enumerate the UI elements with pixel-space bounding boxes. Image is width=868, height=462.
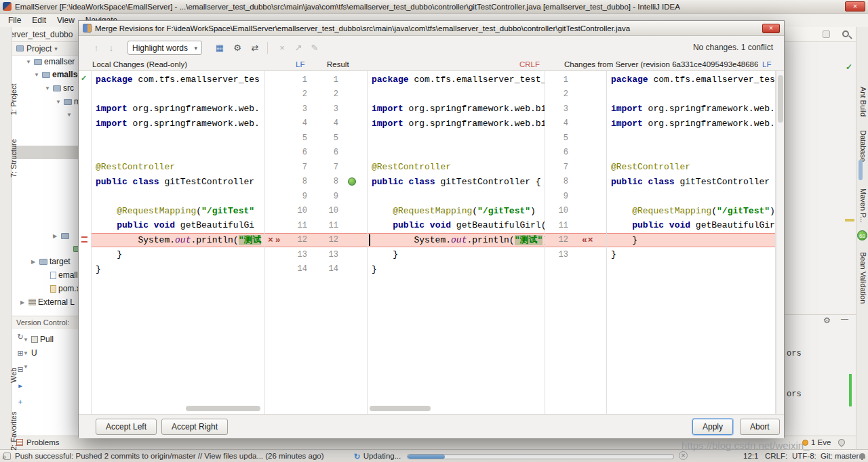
breadcrumb[interactable]: server_test_dubbo [5, 30, 73, 39]
status-message[interactable]: Push successful: Pushed 2 commits to ori… [15, 452, 324, 460]
apply-left-change-icon[interactable]: » [275, 235, 279, 245]
tool-button-bean-validation[interactable]: Bean Validation [859, 252, 867, 303]
middle-horizontal-scrollbar[interactable] [367, 406, 545, 411]
chevron-down-icon[interactable]: ▼ [56, 99, 62, 105]
menu-edit[interactable]: Edit [26, 16, 52, 25]
git-branch-indicator[interactable]: Git: master [821, 452, 859, 460]
tree-item[interactable]: ▼emallser [26, 56, 75, 68]
search-icon[interactable] [842, 30, 849, 37]
scrollbar-thumb[interactable] [859, 160, 863, 180]
add-icon[interactable]: + [16, 397, 25, 406]
accept-right-button[interactable]: Accept Right [161, 419, 228, 435]
version-control-header[interactable]: Version Control: [12, 316, 78, 329]
code-line: public void getBeautifulGi [92, 218, 264, 233]
tree-item[interactable]: ▼ [23, 360, 31, 373]
encoding-indicator[interactable]: UTF-8: [792, 452, 816, 460]
left-horizontal-scrollbar[interactable] [91, 406, 265, 411]
chevron-down-icon[interactable]: ▼ [66, 112, 73, 118]
pane-headers: Local Changes (Read-only) LF Result CRLF… [79, 59, 784, 71]
chevron-right-icon[interactable]: ▶ [53, 233, 59, 239]
right-editor-pane[interactable]: package com.tfs.emallserver_test_import … [606, 71, 776, 414]
tree-item[interactable]: ▼emallserver [34, 68, 78, 81]
tree-item[interactable]: ▶target [31, 255, 71, 268]
tree-item[interactable]: pom.x [42, 282, 78, 295]
tree-item[interactable]: ▼ [66, 108, 75, 121]
tree-item[interactable]: ▼ma [56, 96, 78, 108]
code-token: getBeautifulGirl [696, 220, 775, 230]
tool-button-favorites[interactable]: 2: Favorites [9, 412, 18, 450]
chevron-down-icon[interactable]: ▼ [23, 364, 29, 370]
settings-icon[interactable] [823, 30, 830, 38]
tool-button-structure[interactable]: 7: Structure [9, 139, 18, 177]
tree-item[interactable]: ▶External L [20, 296, 75, 308]
result-editor-pane[interactable]: package com.tfs.emallserver_test_dimport… [367, 71, 545, 414]
previous-difference-icon[interactable]: ↑ [90, 41, 103, 55]
code-token: .println( [191, 235, 238, 245]
hide-tool-window-icon[interactable]: — [841, 314, 848, 322]
chevron-right-icon[interactable]: ▶ [31, 259, 37, 265]
abort-button[interactable]: Abort [740, 419, 780, 435]
tree-item[interactable]: ▶ [53, 230, 71, 242]
line-ending-indicator[interactable]: CRLF: [765, 452, 787, 460]
code-token: org.springframework.web. [133, 104, 260, 114]
code-token: org.springframework.web.bin [409, 104, 545, 114]
chevron-right-icon[interactable]: ▶ [20, 299, 26, 306]
code-line [607, 262, 775, 277]
left-editor-pane[interactable]: package com.tfs.emallserver_tesimport or… [91, 71, 265, 414]
gutter-row: 12«× [545, 233, 606, 248]
scrollbar-thumb[interactable] [370, 406, 431, 411]
chevron-down-icon[interactable]: ▼ [45, 85, 51, 91]
cancel-progress-icon[interactable]: × [679, 451, 688, 460]
chevron-down-icon[interactable]: ▼ [34, 72, 40, 78]
tree-item[interactable]: ▼src [45, 82, 74, 94]
window-close-button[interactable]: × [845, 1, 865, 12]
gutter-row: 77 [265, 160, 367, 175]
tree-item-label: emallserver [52, 70, 78, 79]
gear-icon[interactable]: ⚙ [823, 316, 831, 325]
chevron-down-icon[interactable]: ▼ [23, 337, 29, 343]
code-token [611, 206, 632, 216]
code-line: import org.springframework.web.bin [368, 117, 545, 131]
settings-gear-icon[interactable]: ⚙ [231, 41, 244, 55]
chevron-down-icon[interactable]: ▼ [23, 350, 29, 356]
tool-button-ant-build[interactable]: Ant Build [859, 87, 867, 117]
next-difference-icon[interactable]: ↓ [104, 41, 118, 55]
line-number-left: 13 [285, 250, 314, 259]
chevron-down-icon[interactable]: ▼ [26, 59, 32, 65]
menu-file[interactable]: File [3, 16, 26, 25]
line-number-result: 9 [314, 192, 345, 201]
dialog-close-button[interactable]: × [762, 24, 780, 33]
caret-position-indicator[interactable]: 12:1 [743, 452, 758, 460]
gutter-row: 1010 [265, 204, 367, 219]
tree-item[interactable]: te [65, 243, 78, 255]
ignore-left-change-icon[interactable]: × [268, 235, 273, 245]
highlight-mode-select[interactable]: Highlight words ▾ [127, 41, 202, 55]
notifications-icon[interactable] [859, 453, 865, 459]
scrollbar-thumb[interactable] [186, 406, 260, 411]
tree-item[interactable]: ▼U [23, 347, 37, 359]
tool-button-web[interactable]: Web [9, 368, 18, 383]
tool-button-database[interactable]: Database [859, 130, 867, 162]
tool-button-maven[interactable]: Maven P... [859, 188, 867, 223]
code-token: import [611, 104, 648, 114]
compare-options-icon[interactable]: ⇄ [248, 41, 262, 55]
code-line [607, 131, 775, 146]
resolve-hint-icon[interactable] [348, 177, 356, 186]
project-panel-header[interactable]: Project ▾ [12, 42, 78, 56]
tree-item[interactable]: emalls [42, 269, 78, 281]
tree-item[interactable]: ▼Pull [23, 333, 54, 345]
code-token: @RestController [611, 162, 690, 172]
pin-icon[interactable] [837, 438, 846, 447]
ignore-right-change-icon[interactable]: × [588, 235, 593, 245]
apply-button[interactable]: Apply [692, 419, 733, 435]
hide-stripes-icon[interactable]: » [2, 453, 6, 461]
accept-left-button[interactable]: Accept Left [96, 419, 157, 435]
menu-view[interactable]: View [52, 16, 80, 25]
viewer-layout-icon[interactable]: ▦ [213, 41, 226, 55]
scrollbar-thumb[interactable] [778, 75, 783, 123]
dialog-scrollbar-track[interactable] [776, 71, 784, 414]
dialog-titlebar[interactable]: Merge Revisions for F:\ideaWorkSpace\Ema… [79, 21, 784, 36]
apply-right-change-icon[interactable]: « [582, 235, 586, 245]
tool-button-project[interactable]: 1: Project [9, 84, 18, 115]
tab-problems[interactable]: Problems [16, 438, 60, 446]
